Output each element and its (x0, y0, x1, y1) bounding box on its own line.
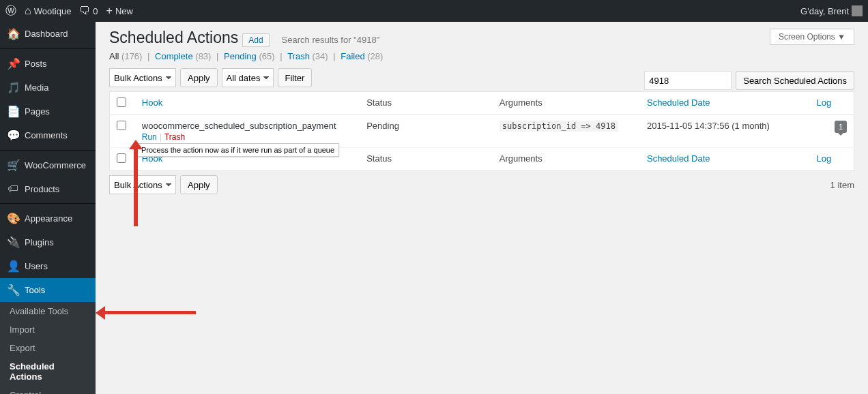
filter-complete[interactable]: Complete (155, 51, 193, 61)
sidebar-item-label: WooCommerce (25, 160, 86, 170)
dashboard-icon: 🏠 (7, 27, 19, 40)
home-icon: ⌂ (25, 5, 31, 16)
sidebar-item-dashboard[interactable]: 🏠Dashboard (0, 22, 96, 46)
sidebar-item-label: Tools (25, 285, 45, 295)
run-tooltip: Process the action now as if it were run… (136, 143, 339, 157)
col-status-foot: Status (366, 153, 392, 164)
row-checkbox[interactable] (117, 121, 126, 130)
filter-pending[interactable]: Pending (224, 51, 257, 61)
new-label: New (115, 6, 133, 16)
comments-count: 0 (93, 6, 98, 16)
submenu-item-export[interactable]: Export (0, 339, 96, 357)
wp-logo[interactable]: ⓦ (5, 5, 16, 16)
select-all-top[interactable] (117, 97, 126, 107)
search-input[interactable] (644, 71, 732, 90)
col-scheduled-date[interactable]: Scheduled Date (647, 97, 710, 108)
items-count-bottom: 1 item (830, 180, 854, 190)
sidebar-item-label: Pages (25, 106, 50, 117)
users-icon: 👤 (7, 260, 19, 273)
plus-icon: + (106, 5, 113, 16)
run-action[interactable]: Run (142, 132, 157, 142)
account-link[interactable]: G'day, Brent (800, 5, 863, 16)
greeting: G'day, Brent (800, 6, 849, 16)
sidebar-item-label: Appearance (25, 213, 72, 224)
trash-action[interactable]: Trash (164, 132, 185, 142)
sidebar-item-appearance[interactable]: 🎨Appearance (0, 203, 96, 230)
sidebar-item-label: Users (25, 261, 48, 271)
submenu-item-scheduled-actions[interactable]: Scheduled Actions (0, 357, 96, 386)
products-icon: 🏷 (7, 183, 19, 195)
sidebar-item-products[interactable]: 🏷Products (0, 177, 96, 200)
bulk-apply-bottom[interactable]: Apply (180, 175, 218, 194)
sidebar-item-label: Products (25, 184, 59, 194)
comments-link[interactable]: 🗨0 (79, 5, 98, 16)
appearance-icon: 🎨 (7, 212, 19, 225)
annotation-arrow-1-shaft (134, 148, 138, 226)
search-results-text: Search results for "4918" (282, 35, 380, 45)
bulk-actions-select-top[interactable]: Bulk Actions (109, 68, 176, 87)
sidebar-item-pages[interactable]: 📄Pages (0, 100, 96, 123)
select-all-bottom[interactable] (117, 153, 126, 163)
comments-icon: 💬 (7, 129, 19, 142)
scheduled-actions-table: Hook Status Arguments Scheduled Date Log… (109, 91, 854, 171)
submenu-item-crontrol[interactable]: Crontrol (0, 386, 96, 394)
page-title: Scheduled Actions (109, 29, 238, 47)
comment-icon: 🗨 (79, 5, 90, 16)
status-filter-links: All (176) | Complete (83) | Pending (65)… (109, 51, 854, 61)
col-log-foot[interactable]: Log (817, 153, 832, 164)
bulk-apply-top[interactable]: Apply (180, 68, 218, 87)
sidebar-item-posts[interactable]: 📌Posts (0, 48, 96, 76)
avatar (852, 5, 863, 16)
annotation-arrow-2-head (96, 306, 105, 320)
status-cell: Pending (360, 115, 493, 148)
col-arguments-foot: Arguments (500, 153, 542, 164)
pages-icon: 📄 (7, 105, 19, 118)
col-scheduled-date-foot[interactable]: Scheduled Date (647, 153, 710, 164)
sidebar-item-label: Plugins (25, 237, 54, 247)
sidebar-item-plugins[interactable]: 🔌Plugins (0, 230, 96, 254)
plugins-icon: 🔌 (7, 236, 19, 249)
site-name-link[interactable]: ⌂Wootique (25, 5, 71, 16)
scheduled-date-cell: 2015-11-05 14:37:56 (1 month) (640, 115, 810, 148)
sidebar-item-comments[interactable]: 💬Comments (0, 123, 96, 147)
submenu-item-import[interactable]: Import (0, 320, 96, 339)
hook-name: woocommerce_scheduled_subscription_payme… (142, 121, 353, 131)
site-name: Wootique (34, 6, 72, 16)
sidebar-item-woocommerce[interactable]: 🛒WooCommerce (0, 150, 96, 177)
sidebar-item-label: Dashboard (25, 29, 68, 39)
arguments-cell: subscription_id => 4918 (500, 121, 618, 132)
new-link[interactable]: +New (106, 5, 133, 16)
filter-trash[interactable]: Trash (287, 51, 310, 61)
main-content: Screen Options ▼ Scheduled Actions Add S… (96, 22, 868, 394)
filter-button[interactable]: Filter (278, 68, 313, 87)
annotation-arrow-1-head (129, 140, 143, 149)
log-count-badge[interactable]: 1 (835, 121, 847, 133)
sidebar-item-label: Comments (25, 130, 68, 140)
date-filter-select[interactable]: All dates (222, 68, 274, 87)
search-button[interactable]: Search Scheduled Actions (736, 71, 854, 90)
screen-options-toggle[interactable]: Screen Options ▼ (770, 29, 854, 45)
col-arguments: Arguments (500, 97, 542, 108)
media-icon: 🎵 (7, 81, 19, 94)
col-hook[interactable]: Hook (142, 97, 162, 108)
col-log[interactable]: Log (817, 97, 832, 108)
admin-sidebar: 🏠Dashboard📌Posts🎵Media📄Pages💬Comments🛒Wo… (0, 22, 96, 394)
sidebar-item-tools[interactable]: 🔧Tools (0, 278, 96, 302)
bulk-actions-select-bottom[interactable]: Bulk Actions (109, 175, 176, 194)
filter-failed[interactable]: Failed (341, 51, 364, 61)
wordpress-icon: ⓦ (5, 5, 16, 16)
tools-icon: 🔧 (7, 284, 19, 297)
sidebar-item-users[interactable]: 👤Users (0, 254, 96, 278)
admin-bar: ⓦ ⌂Wootique 🗨0 +New G'day, Brent (0, 0, 868, 22)
sidebar-item-label: Posts (25, 59, 47, 69)
filter-all[interactable]: All (109, 51, 119, 61)
annotation-arrow-2-shaft (104, 311, 196, 314)
sidebar-item-label: Media (25, 82, 48, 93)
woocommerce-icon: 🛒 (7, 159, 19, 172)
col-status: Status (366, 97, 392, 108)
add-button[interactable]: Add (242, 33, 269, 47)
posts-icon: 📌 (7, 57, 19, 70)
submenu-item-available-tools[interactable]: Available Tools (0, 302, 96, 320)
sidebar-item-media[interactable]: 🎵Media (0, 76, 96, 100)
